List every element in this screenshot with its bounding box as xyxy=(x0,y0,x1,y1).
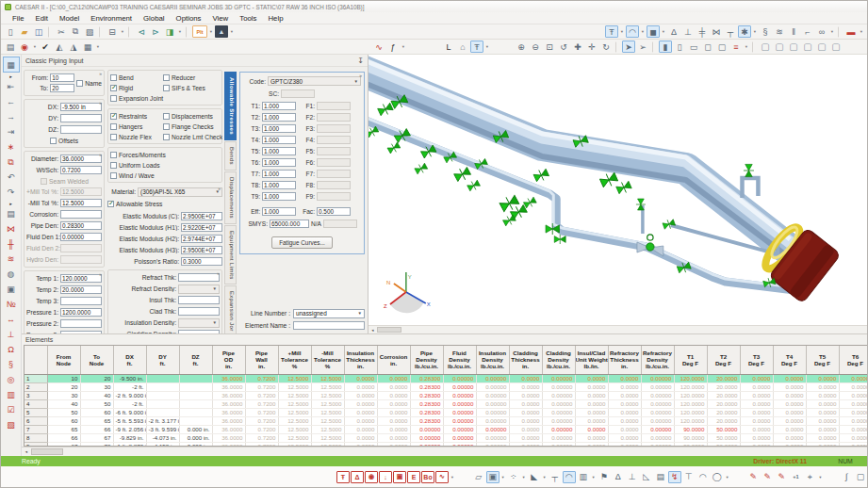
print-dropdown-icon[interactable]: ▾ xyxy=(120,25,125,38)
tee-up-icon[interactable]: ⊤ xyxy=(682,471,696,483)
f-factor-input[interactable] xyxy=(317,136,351,144)
angle-display-icon[interactable]: Δ xyxy=(612,471,625,483)
view-scroll-thumb[interactable] xyxy=(377,327,401,333)
insulation-density-combobox[interactable]: ▼ xyxy=(178,318,220,328)
grid-column-header[interactable]: InsulationDensitylb./cu.in. xyxy=(476,346,509,374)
arc-icon[interactable]: ◠ xyxy=(696,471,710,483)
element-row[interactable]: 3 30 40 -2 ft. 9.000 i 36.0000 0.7200 12… xyxy=(25,391,867,399)
grid-column-header[interactable]: T5Deg F xyxy=(806,346,839,374)
element-lengths-icon[interactable]: ↔ xyxy=(3,312,20,327)
material-combobox[interactable]: (306)API-5L X65▼ xyxy=(138,187,222,197)
annotate-node-icon[interactable]: ✎ xyxy=(775,471,788,483)
code-combobox[interactable]: GPTC/Z380▼ xyxy=(268,76,361,86)
dz-input[interactable] xyxy=(60,125,102,134)
select-node-icon[interactable]: ➢ xyxy=(636,41,649,53)
record-macro-icon[interactable]: ◉ xyxy=(18,41,31,53)
insert-element-before-icon[interactable]: ⊲ xyxy=(135,25,148,38)
grid-column-header[interactable]: T3Deg F xyxy=(740,346,773,374)
annotate-temperature-icon[interactable]: ✎ xyxy=(746,471,760,483)
cone-dropdown-icon[interactable]: ▾ xyxy=(542,471,548,483)
insert-element-after-icon[interactable]: ⊳ xyxy=(149,25,162,38)
sheet-icon[interactable]: ▱ xyxy=(472,471,485,483)
bend-dropdown-icon[interactable]: ▾ xyxy=(640,25,646,38)
offsets-checkbox[interactable] xyxy=(50,138,57,144)
uniform-loads-checkbox[interactable] xyxy=(110,162,117,169)
allowable-stress-checkbox[interactable] xyxy=(107,201,114,207)
modulus-input[interactable] xyxy=(181,212,222,220)
node-display-icon[interactable]: ⁘ xyxy=(507,471,520,483)
sif-dropdown-icon[interactable]: ▾ xyxy=(752,25,758,38)
view-front-icon[interactable]: ▢ xyxy=(759,41,772,53)
fatigue-curves-button[interactable]: Fatigue Curves... xyxy=(271,236,333,249)
aux-tab[interactable]: Displacements xyxy=(224,171,237,224)
aux-tab[interactable]: Allowable Stresses xyxy=(224,72,237,140)
bend-tool-icon[interactable]: ◠ xyxy=(626,25,639,38)
scale-icon[interactable]: ▤ xyxy=(654,471,667,483)
flyout-arrow2-icon[interactable]: ▸ xyxy=(3,200,20,206)
flange-rating-icon[interactable]: ╫ xyxy=(3,236,20,252)
expander-chevron-icon[interactable]: » xyxy=(218,186,221,191)
list-input-icon[interactable]: ▤ xyxy=(4,41,17,53)
scroll-left-icon[interactable]: ◂ xyxy=(368,328,377,333)
render-solid-icon[interactable]: ▮ xyxy=(659,41,672,53)
grid-column-header[interactable]: T1Deg F xyxy=(674,346,707,374)
fac-input[interactable] xyxy=(317,207,351,216)
corrosion-input[interactable] xyxy=(60,210,102,219)
scroll-left-icon[interactable]: ◂ xyxy=(22,449,31,454)
paste-icon[interactable]: ▧ xyxy=(83,25,96,38)
plus-mill-input[interactable] xyxy=(60,187,102,196)
modulus-input[interactable] xyxy=(181,257,222,266)
fluid-density1-input[interactable] xyxy=(60,233,102,241)
classic-input-dialog-icon[interactable]: ▦ xyxy=(81,41,94,53)
node-dropdown-icon[interactable]: ▾ xyxy=(661,25,666,38)
menu-environment[interactable]: Environment xyxy=(85,14,138,23)
na-input[interactable] xyxy=(323,220,357,228)
error-check-icon[interactable]: ✔ xyxy=(39,41,52,53)
element-row[interactable]: 6 60 65 -5 ft. 5.593 i -2 ft. 3.177 i 36… xyxy=(25,416,867,425)
expander-chevron-icon[interactable]: » xyxy=(99,271,102,277)
grid-column-header[interactable]: Corrosionin. xyxy=(377,346,410,374)
grid-column-header[interactable]: FromNode xyxy=(47,346,80,374)
diameter-input[interactable] xyxy=(60,155,102,163)
flyout-arrow-icon[interactable]: ▸ xyxy=(3,73,20,79)
node-numbers-icon[interactable]: № xyxy=(3,297,20,312)
grid-column-header[interactable]: RefractoryThicknessin. xyxy=(608,346,641,374)
break-element-icon[interactable]: ∗ xyxy=(3,139,20,155)
element-name-input[interactable] xyxy=(293,321,365,330)
grid-column-header[interactable]: Insul/CladUnit Weightlb./in. xyxy=(575,346,608,374)
orbit-icon[interactable]: ↺ xyxy=(557,41,570,53)
grid-column-header[interactable] xyxy=(25,346,47,374)
batch-run-alt-icon[interactable]: ◮ xyxy=(67,41,80,53)
culling-icon[interactable]: ≡ xyxy=(729,41,743,53)
include-piping-model-icon[interactable]: ◨ xyxy=(163,25,176,38)
refract-thk-input[interactable] xyxy=(178,273,220,282)
cylinder-icon[interactable]: ◯ xyxy=(711,471,724,483)
menu-help[interactable]: Help xyxy=(262,14,288,23)
spring-hanger-icon[interactable]: § xyxy=(3,357,20,372)
insert-bend-icon[interactable]: Δ xyxy=(351,471,364,483)
undo-icon[interactable]: ↶ xyxy=(3,170,20,185)
deflected-shape-icon[interactable]: ↯ xyxy=(668,471,681,483)
to-node-input[interactable] xyxy=(50,84,74,92)
view-top-icon[interactable]: ▢ xyxy=(787,41,800,53)
line-number-combobox[interactable]: unassigned▼ xyxy=(293,309,365,318)
annotate-dropdown-icon[interactable]: ▾ xyxy=(817,471,823,483)
bend-checkbox[interactable] xyxy=(110,74,117,81)
duplicate-element-icon[interactable]: ⧉ xyxy=(3,155,20,170)
menu-tools[interactable]: Tools xyxy=(234,14,262,23)
valve-tool-icon[interactable]: ⋈ xyxy=(710,25,723,38)
valve-flange-database-icon[interactable]: ⋈ xyxy=(3,221,20,236)
sif-tool-icon[interactable]: ✱ xyxy=(738,25,751,38)
polygon-area-icon[interactable]: ⌂ xyxy=(456,41,469,53)
t-factor-input[interactable] xyxy=(262,170,296,178)
eff-input[interactable] xyxy=(262,207,296,216)
display-dropdown-icon[interactable]: ▾ xyxy=(484,41,490,53)
grid-column-header[interactable]: PipeDensitylb./cu.in. xyxy=(410,346,443,374)
expander-chevron-icon[interactable]: » xyxy=(359,73,362,78)
grid-scroll-thumb[interactable] xyxy=(31,448,63,455)
grid-column-header[interactable]: DXft. xyxy=(113,346,146,374)
element-row[interactable]: 8 66 67 -9.829 in. -4.073 in. 0.000 in. … xyxy=(25,433,867,442)
menu-global[interactable]: Global xyxy=(138,14,171,23)
edit-elements-icon[interactable]: E xyxy=(407,471,420,483)
iso-dropdown-icon[interactable]: ▾ xyxy=(450,471,455,483)
